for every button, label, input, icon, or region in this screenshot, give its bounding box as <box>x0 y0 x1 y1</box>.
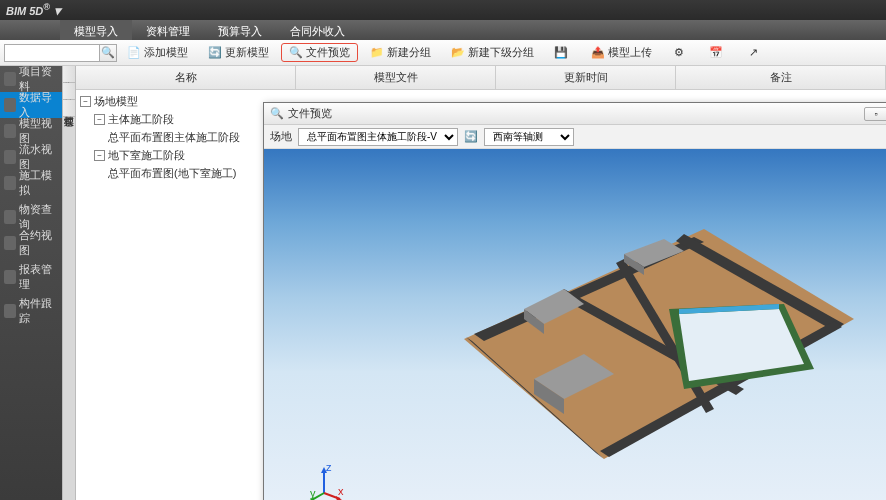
new-group-button[interactable]: 📁新建分组 <box>362 43 439 62</box>
tree-toggle[interactable]: − <box>80 96 91 107</box>
menu-budget-import[interactable]: 预算导入 <box>204 20 276 40</box>
sidebar-item-material-query[interactable]: 物资查询 <box>0 204 62 230</box>
svg-text:y: y <box>310 487 316 499</box>
preview-axis-select[interactable]: 西南等轴测 <box>484 128 574 146</box>
preview-field-label: 场地 <box>270 129 292 144</box>
vtab-other-model[interactable]: 其它模型 <box>63 100 75 117</box>
preview-viewport[interactable]: z x y ▶ ✥ ⟲ 🔍+ 🔍- ⛶ ⬚ <box>264 149 886 500</box>
toolbar: 🔍 📄添加模型 🔄更新模型 🔍文件预览 📁新建分组 📂新建下级分组 💾 📤模型上… <box>0 40 886 66</box>
sidebar-item-contract-view[interactable]: 合约视图 <box>0 230 62 256</box>
axis-gizmo[interactable]: z x y <box>304 463 344 500</box>
column-name[interactable]: 名称 <box>76 66 296 89</box>
content-area: 名称 模型文件 更新时间 备注 −场地模型 −主体施工阶段 总平面布置图主体施工… <box>76 66 886 500</box>
data-import-icon <box>4 98 16 112</box>
title-bar: BIM 5D® ▾ <box>0 0 886 20</box>
preview-titlebar[interactable]: 🔍 文件预览 ▫ ✕ <box>264 103 886 125</box>
menu-data-manage[interactable]: 资料管理 <box>132 20 204 40</box>
upload-icon: 📤 <box>591 46 605 60</box>
column-update-time[interactable]: 更新时间 <box>496 66 676 89</box>
report-manage-icon <box>4 270 16 284</box>
preview-title-text: 文件预览 <box>288 106 864 121</box>
settings-icon: ⚙ <box>672 46 686 60</box>
add-model-icon: 📄 <box>127 46 141 60</box>
component-track-icon <box>4 304 16 318</box>
search-input[interactable] <box>4 44 100 62</box>
new-group-icon: 📁 <box>370 46 384 60</box>
save-button[interactable]: 💾 <box>546 44 579 62</box>
sidebar-item-model-view[interactable]: 模型视图 <box>0 118 62 144</box>
menu-model-import[interactable]: 模型导入 <box>60 20 132 40</box>
preview-site-select[interactable]: 总平面布置图主体施工阶段-V7 <box>298 128 458 146</box>
tree-toggle[interactable]: − <box>94 150 105 161</box>
settings-button[interactable]: ⚙ <box>664 44 697 62</box>
vertical-tabs: 实体模型 场地模型 其它模型 <box>62 66 76 500</box>
new-subgroup-button[interactable]: 📂新建下级分组 <box>443 43 542 62</box>
sidebar-item-component-track[interactable]: 构件跟踪 <box>0 298 62 324</box>
preview-restore-button[interactable]: ▫ <box>864 107 886 121</box>
update-model-button[interactable]: 🔄更新模型 <box>200 43 277 62</box>
file-preview-button[interactable]: 🔍文件预览 <box>281 43 358 62</box>
svg-text:z: z <box>326 463 332 473</box>
preview-window: 🔍 文件预览 ▫ ✕ 场地 总平面布置图主体施工阶段-V7 🔄 西南等轴测 <box>263 102 886 500</box>
new-subgroup-icon: 📂 <box>451 46 465 60</box>
search-icon: 🔍 <box>101 46 115 59</box>
menu-contract-external[interactable]: 合同外收入 <box>276 20 359 40</box>
vtab-site-model[interactable]: 场地模型 <box>63 83 75 100</box>
column-model-file[interactable]: 模型文件 <box>296 66 496 89</box>
menu-bar: 模型导入 资料管理 预算导入 合同外收入 <box>0 20 886 40</box>
vtab-entity-model[interactable]: 实体模型 <box>63 66 75 83</box>
model-3d-view <box>424 209 864 489</box>
search-button[interactable]: 🔍 <box>99 44 117 62</box>
contract-view-icon <box>4 236 16 250</box>
save-icon: 💾 <box>554 46 568 60</box>
sidebar-item-flow-view[interactable]: 流水视图 <box>0 144 62 170</box>
refresh-icon[interactable]: 🔄 <box>464 130 478 143</box>
preview-toolbar: 场地 总平面布置图主体施工阶段-V7 🔄 西南等轴测 <box>264 125 886 149</box>
calendar-icon: 📅 <box>709 46 723 60</box>
sidebar-item-project-data[interactable]: 项目资料 <box>0 66 62 92</box>
sidebar-item-construction-sim[interactable]: 施工模拟 <box>0 170 62 196</box>
sidebar-item-data-import[interactable]: 数据导入 <box>0 92 62 118</box>
model-view-icon <box>4 124 16 138</box>
preview-title-icon: 🔍 <box>270 107 284 121</box>
export-button[interactable]: ↗ <box>738 44 771 62</box>
file-preview-icon: 🔍 <box>289 46 303 60</box>
table-header: 名称 模型文件 更新时间 备注 <box>76 66 886 90</box>
sidebar-item-report-manage[interactable]: 报表管理 <box>0 264 62 290</box>
svg-text:x: x <box>338 485 344 497</box>
update-model-icon: 🔄 <box>208 46 222 60</box>
flow-view-icon <box>4 150 16 164</box>
construction-sim-icon <box>4 176 16 190</box>
column-remark[interactable]: 备注 <box>676 66 886 89</box>
model-upload-button[interactable]: 📤模型上传 <box>583 43 660 62</box>
add-model-button[interactable]: 📄添加模型 <box>119 43 196 62</box>
calendar-button[interactable]: 📅 <box>701 44 734 62</box>
app-logo: BIM 5D® ▾ <box>6 2 61 18</box>
project-data-icon <box>4 72 16 86</box>
material-query-icon <box>4 210 16 224</box>
sidebar: 项目资料 数据导入 模型视图 流水视图 施工模拟 物资查询 合约视图 报表管理 … <box>0 66 62 500</box>
export-icon: ↗ <box>746 46 760 60</box>
tree-toggle[interactable]: − <box>94 114 105 125</box>
